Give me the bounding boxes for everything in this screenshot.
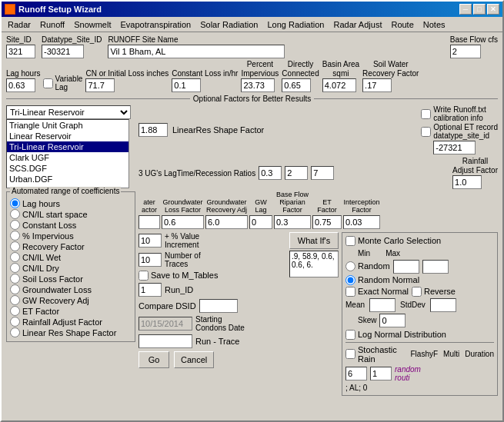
radio-lag-hours[interactable]: Lag hours	[10, 198, 132, 208]
menu-notes[interactable]: Notes	[419, 18, 450, 31]
variable-lag-checkbox[interactable]	[43, 78, 53, 88]
menu-route[interactable]: Route	[386, 18, 418, 31]
lag-recession-v1[interactable]	[259, 166, 282, 180]
rainfall-adj-input[interactable]	[452, 175, 482, 189]
gw-col4-header: Base FlowRiparian Factor	[274, 191, 311, 214]
directly-conn-input[interactable]	[282, 78, 311, 92]
monte-carlo-check[interactable]: Monte Carlo Selection	[345, 236, 494, 246]
radio-random-normal[interactable]: Random Normal	[345, 275, 494, 285]
radio-cn-il-wet[interactable]: CN/IL Wet	[10, 252, 132, 262]
optional-et-input[interactable]	[433, 141, 476, 155]
random-max-input[interactable]	[422, 260, 449, 274]
lag-recession-v2[interactable]	[285, 166, 308, 180]
menu-long-radiation[interactable]: Long Radiation	[262, 18, 329, 31]
radio-gw-recovery[interactable]: GW Recovery Adj	[10, 295, 132, 305]
radio-cn-il-dry[interactable]: CN/IL Dry	[10, 263, 132, 273]
maximize-button[interactable]: □	[473, 4, 486, 15]
method-dropdown[interactable]: Triangle Unit GraphLinear ReservoirTri-L…	[6, 105, 131, 119]
base-flow-group: Base Flow cfs	[450, 35, 498, 58]
cn-group: CN or Initial Loss inches	[85, 69, 169, 92]
minimize-button[interactable]: ─	[459, 4, 472, 15]
lag-recession-v3[interactable]	[311, 166, 334, 180]
gw-col5-header: ET Factor	[312, 199, 342, 214]
flashy-input[interactable]	[370, 367, 392, 380]
cancel-button[interactable]: Cancel	[174, 351, 214, 368]
duration-input[interactable]	[345, 367, 367, 380]
max-label: Max	[386, 249, 400, 258]
datatype-site-id-group: Datatype_Site_ID	[42, 35, 102, 58]
close-button[interactable]: ✕	[487, 4, 499, 15]
listbox-item-linear[interactable]: Linear Reservoir	[7, 131, 129, 141]
exact-normal-check[interactable]: Exact Normal	[345, 287, 409, 297]
radio-rainfall-adj[interactable]: Rainfall Adjust Factor	[10, 317, 132, 327]
radio-cn-il-start[interactable]: CN/IL start space	[10, 209, 132, 219]
basin-area-input[interactable]	[322, 78, 356, 92]
save-m-tables-check[interactable]: Save to M_Tables	[139, 271, 285, 281]
controls-left: + % ValueIncrement Number ofTraces Save …	[139, 232, 285, 399]
menu-evapotranspiration[interactable]: Evapotranspiration	[115, 18, 195, 31]
datatype-site-id-input[interactable]	[42, 45, 84, 58]
random-min-input[interactable]	[393, 260, 419, 274]
radio-recovery[interactable]: Recovery Factor	[10, 241, 132, 251]
stochastic-section: Stochastic Rain FlashyF Multi Duration r	[345, 342, 494, 392]
linear-res-input[interactable]	[139, 123, 168, 137]
site-id-input[interactable]	[6, 45, 35, 58]
radio-linear-res[interactable]: Linear Res Shape Factor	[10, 327, 132, 337]
gw-v4-input[interactable]	[274, 215, 311, 229]
menu-snowmelt[interactable]: Snowmelt	[69, 18, 115, 31]
radio-et-factor[interactable]: ET Factor	[10, 306, 132, 316]
gw-v0-input[interactable]	[139, 215, 160, 229]
soil-water-input[interactable]	[362, 78, 392, 92]
menu-runoff[interactable]: Runoff	[35, 18, 69, 31]
optional-et-check[interactable]: Optional ET recorddatatype_site_id	[421, 123, 498, 140]
cn-input[interactable]	[85, 78, 115, 92]
run-id-input[interactable]	[139, 283, 162, 297]
log-normal-check[interactable]: Log Normal Distribution	[345, 330, 494, 340]
starting-date-input[interactable]	[139, 317, 192, 331]
stddev-input[interactable]	[430, 298, 456, 312]
listbox-item-scs[interactable]: SCS.DGF	[7, 163, 129, 174]
mean-input[interactable]	[369, 298, 396, 312]
run-trace-label: Run - Trace	[195, 337, 239, 346]
menu-radar[interactable]: Radar	[3, 18, 35, 31]
radio-gw-loss[interactable]: Groundwater Loss	[10, 284, 132, 294]
lag-hours-input[interactable]	[6, 78, 35, 92]
listbox-item-triangle[interactable]: Triangle Unit Graph	[7, 120, 129, 131]
stochastic-check[interactable]: Stochastic Rain FlashyF Multi Duration	[345, 345, 494, 364]
increment-input[interactable]	[139, 234, 162, 248]
compare-dsid-label: Compare DSID	[139, 301, 196, 311]
radio-constant-loss[interactable]: Constant Loss	[10, 220, 132, 230]
runoff-site-name-label: RUNOFF Site Name	[108, 35, 285, 44]
directly-conn-label: DirectlyConnected	[282, 60, 319, 78]
constant-loss-input[interactable]	[172, 78, 201, 92]
listbox-item-trilinear[interactable]: Tri-Linear Reservoir	[7, 141, 129, 152]
listbox-item-clark[interactable]: Clark UGF	[7, 152, 129, 163]
radio-pct-imp[interactable]: % Impervious	[10, 231, 132, 241]
traces-input[interactable]	[139, 253, 162, 267]
window-title: Runoff Setup Wizard	[18, 5, 456, 14]
gw-v1-input[interactable]	[162, 215, 204, 229]
runoff-site-name-input[interactable]	[108, 45, 285, 58]
menu-radar-adjust[interactable]: Radar Adjust	[329, 18, 386, 31]
flashy-label: FlashyF	[411, 350, 439, 358]
skew-input[interactable]	[379, 314, 406, 327]
gw-v3-input[interactable]	[249, 215, 272, 229]
method-listbox[interactable]: Triangle Unit Graph Linear Reservoir Tri…	[6, 119, 129, 188]
monte-carlo-panel: Monte Carlo Selection Min Max Rand	[342, 232, 498, 396]
reverse-check[interactable]: Reverse	[412, 287, 456, 297]
gw-v6-input[interactable]	[343, 215, 380, 229]
radio-soil-loss[interactable]: Soil Loss Factor	[10, 274, 132, 284]
percent-imp-input[interactable]	[241, 78, 275, 92]
what-ifs-button[interactable]: What If's	[289, 232, 339, 249]
go-button[interactable]: Go	[139, 351, 169, 368]
radio-random[interactable]: Random	[345, 261, 390, 271]
gw-v5-input[interactable]	[312, 215, 342, 229]
compare-dsid-input[interactable]	[199, 299, 238, 313]
gw-v2-input[interactable]	[205, 215, 248, 229]
write-runoff-check[interactable]: Write Runoff.txtcalibration info	[421, 105, 498, 122]
constant-loss-group: Constant Loss in/hr	[172, 69, 238, 92]
menu-solar-radiation[interactable]: Solar Radiation	[195, 18, 262, 31]
listbox-item-urban[interactable]: Urban.DGF	[7, 174, 129, 184]
run-trace-input[interactable]	[139, 334, 192, 348]
base-flow-input[interactable]	[450, 45, 481, 58]
